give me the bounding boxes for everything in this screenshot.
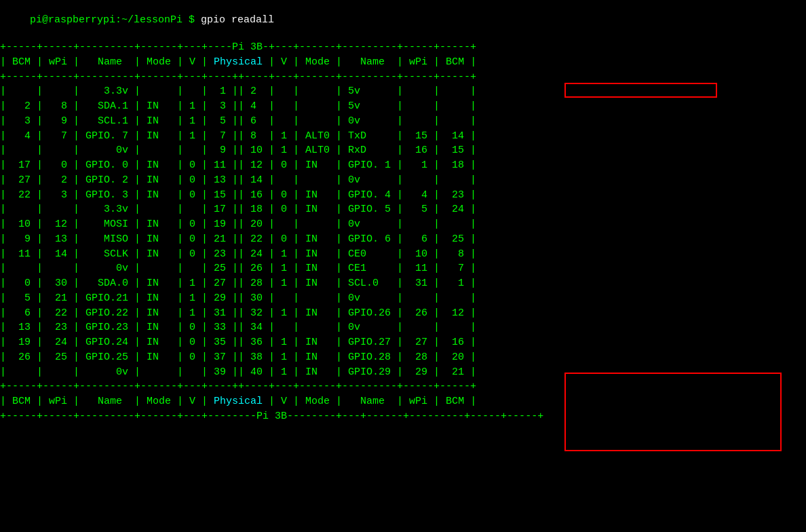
gpio-table: +-----+-----+---------+------+---+----Pi… [0, 40, 806, 424]
terminal-prompt: pi@raspberrypi:~/lessonPi [30, 14, 183, 26]
table-wrapper: +-----+-----+---------+------+---+----Pi… [0, 40, 806, 424]
terminal-dollar: $ [183, 14, 195, 26]
terminal-command: gpio readall [195, 14, 274, 26]
terminal: pi@raspberrypi:~/lessonPi $ gpio readall… [0, 0, 806, 532]
command-line: pi@raspberrypi:~/lessonPi $ gpio readall [0, 0, 806, 40]
